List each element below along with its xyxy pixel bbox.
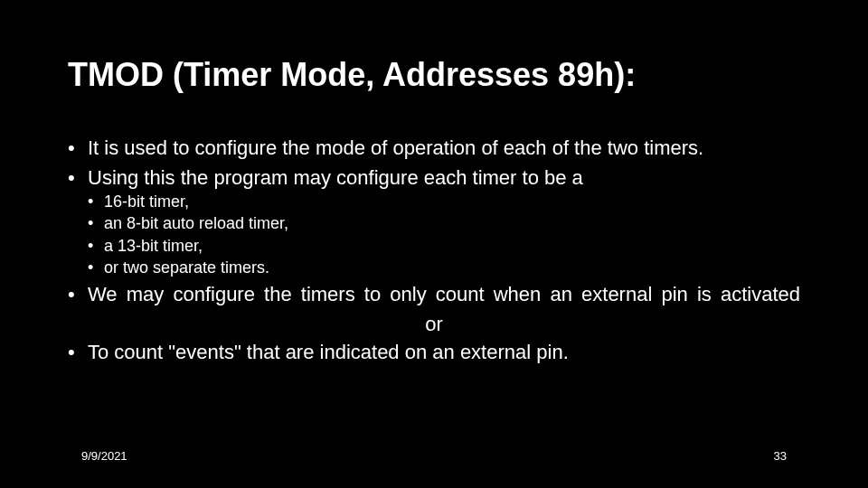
bullet-list: It is used to configure the mode of oper…	[68, 136, 800, 308]
bullet-text: Using this the program may configure eac…	[88, 166, 583, 189]
slide: TMOD (Timer Mode, Addresses 89h): It is …	[0, 0, 868, 488]
bullet-list: To count "events" that are indicated on …	[68, 340, 800, 366]
bullet-item: It is used to configure the mode of oper…	[68, 136, 800, 162]
bullet-item: Using this the program may configure eac…	[68, 165, 800, 279]
sub-bullet-item: an 8-bit auto reload timer,	[88, 212, 800, 234]
bullet-item: To count "events" that are indicated on …	[68, 340, 800, 366]
footer-page-number: 33	[774, 449, 787, 463]
or-separator: or	[68, 312, 800, 338]
slide-title: TMOD (Timer Mode, Addresses 89h):	[68, 56, 800, 93]
sub-bullet-item: 16-bit timer,	[88, 191, 800, 212]
sub-bullet-item: or two separate timers.	[88, 257, 800, 278]
slide-body: It is used to configure the mode of oper…	[68, 136, 800, 369]
sub-bullet-item: a 13-bit timer,	[88, 235, 800, 257]
bullet-item: We may configure the timers to only coun…	[68, 282, 800, 308]
footer-date: 9/9/2021	[81, 449, 127, 463]
sub-bullet-list: 16-bit timer, an 8-bit auto reload timer…	[88, 191, 800, 278]
